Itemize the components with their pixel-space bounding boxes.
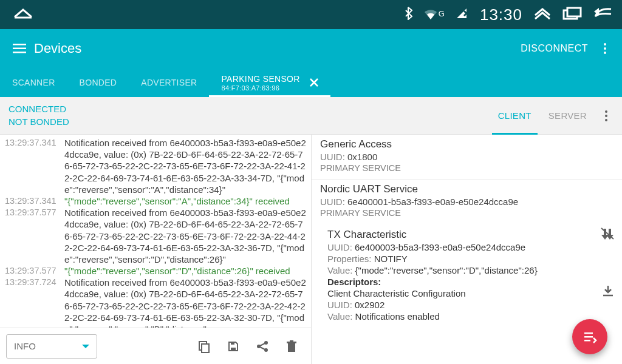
svg-rect-19	[288, 343, 295, 352]
chevron-down-icon	[82, 345, 89, 348]
notify-toggle-icon[interactable]	[600, 226, 615, 243]
android-statusbar: G 13:30	[0, 0, 622, 29]
bluetooth-icon	[405, 7, 413, 22]
svg-rect-11	[202, 344, 209, 352]
copy-button[interactable]	[191, 333, 217, 360]
tab-device[interactable]: PARKING SENSOR 84:F7:03:A7:63:96	[209, 68, 326, 97]
log-item: 13:29:37.577 "{"mode":"reverse","sensor"…	[5, 265, 306, 277]
wifi-icon: G	[424, 9, 445, 20]
svg-rect-7	[13, 52, 26, 53]
clock: 13:30	[480, 5, 522, 24]
save-button[interactable]	[220, 333, 247, 360]
recents-icon[interactable]	[562, 7, 582, 22]
svg-rect-5	[13, 44, 26, 46]
disconnect-button[interactable]: DISCONNECT	[516, 43, 593, 54]
connection-status-bar: CONNECTED NOT BONDED CLIENT SERVER	[0, 97, 622, 135]
log-item: 13:29:37.577 Notification received from …	[5, 207, 306, 265]
log-panel: 13:29:37.341 Notification received from …	[0, 135, 311, 364]
service-nordic-uart[interactable]: Nordic UART Service UUID: 6e400001-b5a3-…	[312, 180, 622, 224]
log-level-dropdown[interactable]: INFO	[6, 334, 97, 359]
svg-rect-13	[231, 342, 234, 345]
tab-bonded[interactable]: BONDED	[67, 68, 129, 97]
share-button[interactable]	[249, 333, 276, 360]
tab-client[interactable]: CLIENT	[490, 97, 540, 134]
svg-rect-6	[13, 48, 26, 50]
substatus-overflow[interactable]	[595, 97, 617, 134]
services-panel[interactable]: Generic Access UUID: 0x1800 PRIMARY SERV…	[311, 135, 622, 364]
menu-button[interactable]	[5, 34, 34, 63]
tab-advertiser[interactable]: ADVERTISER	[129, 68, 209, 97]
expand-icon[interactable]	[533, 7, 552, 22]
service-generic-access[interactable]: Generic Access UUID: 0x1800 PRIMARY SERV…	[312, 135, 622, 180]
signal-icon	[456, 7, 469, 22]
svg-line-22	[601, 228, 613, 239]
svg-line-18	[260, 347, 265, 349]
network-badge: G	[439, 9, 445, 18]
home-icon[interactable]	[12, 7, 34, 22]
svg-rect-12	[231, 348, 236, 351]
svg-rect-21	[290, 340, 293, 342]
svg-rect-25	[584, 336, 593, 338]
tab-server[interactable]: SERVER	[540, 97, 595, 134]
log-item: 13:29:37.341 Notification received from …	[5, 137, 306, 195]
log-item: 13:29:37.341 "{"mode":"reverse","sensor"…	[5, 195, 306, 207]
close-tab-icon[interactable]	[307, 76, 321, 89]
app-title: Devices	[34, 41, 81, 56]
svg-line-17	[260, 343, 265, 346]
log-toolbar: INFO	[0, 328, 311, 364]
back-icon[interactable]	[593, 7, 613, 22]
appbar: Devices DISCONNECT	[0, 29, 622, 68]
download-descriptor-icon[interactable]	[601, 285, 615, 300]
tab-scanner[interactable]: SCANNER	[0, 68, 67, 97]
svg-rect-4	[567, 8, 581, 16]
device-tabs: SCANNER BONDED ADVERTISER PARKING SENSOR…	[0, 68, 622, 97]
delete-button[interactable]	[278, 333, 305, 360]
svg-rect-20	[287, 342, 296, 343]
tab-device-mac: 84:F7:03:A7:63:96	[221, 84, 279, 92]
characteristic-tx[interactable]: TX Characteristic UUID: 6e400003-b5a3-f3…	[312, 224, 622, 326]
svg-rect-24	[584, 332, 593, 334]
fab-request-button[interactable]	[572, 319, 607, 354]
connection-status: CONNECTED NOT BONDED	[9, 103, 69, 128]
log-item: 13:29:37.724 Notification received from …	[5, 277, 306, 328]
log-list[interactable]: 13:29:37.341 Notification received from …	[0, 135, 311, 328]
svg-rect-26	[584, 340, 590, 342]
appbar-overflow[interactable]	[593, 36, 617, 61]
